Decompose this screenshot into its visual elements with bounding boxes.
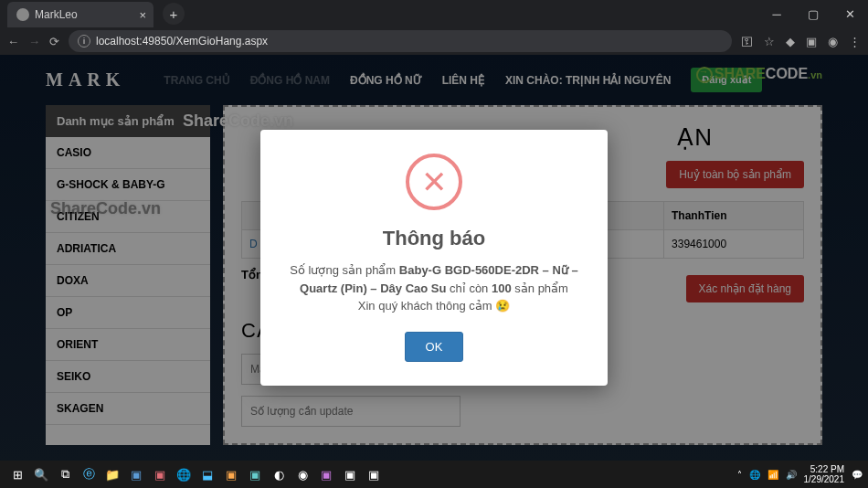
tray-volume-icon[interactable]: 🔊 [786, 470, 797, 480]
error-icon: ✕ [406, 154, 462, 210]
info-icon[interactable]: i [78, 35, 90, 48]
star-icon[interactable]: ☆ [764, 35, 775, 48]
explorer-icon[interactable]: 📁 [101, 462, 124, 486]
app-icon[interactable]: ▣ [362, 462, 386, 486]
taskview-icon[interactable]: ⧉ [53, 462, 77, 486]
key-icon[interactable]: ⚿ [741, 35, 753, 48]
windows-taskbar[interactable]: ⊞ 🔍 ⧉ ⓔ 📁 ▣ ▣ 🌐 ⬓ ▣ ▣ ◐ ◉ ▣ ▣ ▣ ˄ 🌐 📶 🔊 … [0, 461, 868, 488]
maximize-button[interactable]: ▢ [795, 0, 831, 27]
minimize-button[interactable]: ─ [758, 0, 795, 27]
app-icon[interactable]: ▣ [338, 462, 362, 486]
favicon-icon [16, 8, 29, 21]
modal-title: Thông báo [279, 227, 589, 250]
page-content: SHARECODE.vn MARK TRANG CHỦ ĐỒNG HỒ NAM … [0, 55, 868, 461]
url-field[interactable]: i localhost:49850/XemGioHang.aspx [69, 30, 732, 52]
vscode-icon[interactable]: ⬓ [196, 462, 219, 486]
app-icon[interactable]: ▣ [243, 462, 267, 486]
new-tab-button[interactable]: + [163, 3, 185, 25]
app-icon[interactable]: ▣ [148, 462, 172, 486]
app-icon[interactable]: ◐ [267, 462, 291, 486]
tab-title: MarkLeo [35, 8, 78, 21]
reload-icon[interactable]: ⟳ [49, 35, 59, 48]
ext1-icon[interactable]: ◆ [786, 35, 795, 48]
app-icon[interactable]: ▣ [314, 462, 338, 486]
address-bar: ← → ⟳ i localhost:49850/XemGioHang.aspx … [0, 27, 868, 55]
tray-wifi-icon[interactable]: 📶 [767, 470, 778, 480]
tray-globe-icon[interactable]: 🌐 [749, 470, 760, 480]
alert-modal: ✕ Thông báo Số lượng sản phẩm Baby-G BGD… [260, 130, 608, 386]
tray-chevron-icon[interactable]: ˄ [737, 470, 742, 480]
search-icon[interactable]: 🔍 [29, 462, 53, 486]
window-titlebar: MarkLeo × + ─ ▢ ✕ [0, 0, 868, 27]
chrome-icon[interactable]: 🌐 [172, 462, 196, 486]
modal-message: Số lượng sản phẩm Baby-G BGD-560DE-2DR –… [279, 261, 589, 315]
system-clock[interactable]: 5:22 PM 1/29/2021 [804, 464, 845, 484]
edge-icon[interactable]: ⓔ [77, 462, 101, 486]
notifications-icon[interactable]: 💬 [852, 470, 863, 480]
close-tab-icon[interactable]: × [139, 8, 146, 22]
browser-tab[interactable]: MarkLeo × [7, 2, 153, 27]
app-icon[interactable]: ◉ [291, 462, 314, 486]
ok-button[interactable]: OK [405, 332, 464, 362]
modal-overlay: ✕ Thông báo Số lượng sản phẩm Baby-G BGD… [0, 55, 868, 461]
ext2-icon[interactable]: ▣ [806, 35, 817, 48]
back-icon[interactable]: ← [7, 35, 19, 48]
close-window-button[interactable]: ✕ [831, 0, 868, 27]
start-icon[interactable]: ⊞ [5, 462, 29, 486]
profile-icon[interactable]: ◉ [828, 35, 838, 48]
app-icon[interactable]: ▣ [219, 462, 243, 486]
app-icon[interactable]: ▣ [124, 462, 148, 486]
url-text: localhost:49850/XemGioHang.aspx [96, 35, 268, 48]
menu-icon[interactable]: ⋮ [849, 35, 861, 48]
forward-icon[interactable]: → [28, 35, 40, 48]
